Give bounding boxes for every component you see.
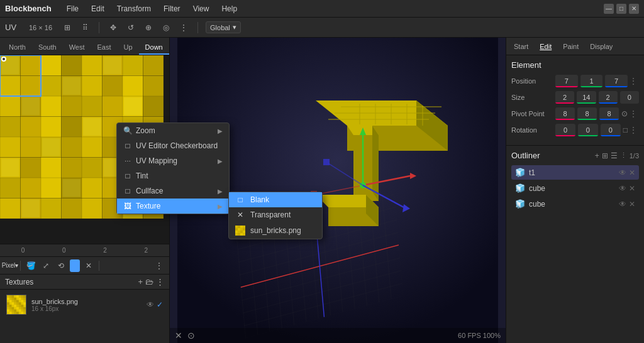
texture-item-sun-bricks[interactable]: sun_bricks.png 16 x 16px 👁 ✓ <box>3 292 167 317</box>
texture-list: sun_bricks.png 16 x 16px 👁 ✓ <box>0 290 169 320</box>
outliner-visible-cube1[interactable]: 👁 <box>619 184 626 193</box>
outliner-add-group-btn[interactable]: ⊞ <box>602 151 608 160</box>
sub-blank[interactable]: □ Blank <box>229 192 322 207</box>
position-more[interactable]: ⋮ <box>628 76 639 86</box>
viewport-snap-icon[interactable]: ⊙ <box>187 330 195 340</box>
rotation-fields: 0 0 0 <box>555 124 621 136</box>
grid-icon[interactable]: ⊞ <box>61 21 74 34</box>
texture-check-btn[interactable]: ✓ <box>157 300 163 309</box>
more-tools-icon[interactable]: ⋮ <box>177 21 190 34</box>
tab-up[interactable]: Up <box>118 41 139 55</box>
uv-label: UV <box>5 23 20 32</box>
position-z[interactable]: 7 <box>605 75 628 87</box>
ctx-tint[interactable]: □ Tint <box>117 168 229 183</box>
outliner-count: ⋮ <box>620 151 627 160</box>
right-panel: Start Edit Paint Display Element Positio… <box>506 38 644 343</box>
size-w[interactable]: 0 <box>620 91 639 104</box>
pivot-action-icon[interactable]: ⊙ <box>621 109 628 118</box>
outliner-list-btn[interactable]: ☰ <box>611 151 618 160</box>
outliner-cube-icon-2: 🧊 <box>515 183 525 193</box>
ctx-zoom[interactable]: 🔍 Zoom ▶ <box>117 123 229 138</box>
move-tool-icon[interactable]: ✥ <box>107 21 119 34</box>
tab-west[interactable]: West <box>63 41 91 55</box>
outliner-visible-t1[interactable]: 👁 <box>619 168 626 177</box>
outliner-item-cube1[interactable]: 🧊 cube 👁 ✕ <box>511 181 639 195</box>
outliner-item-cube2[interactable]: 🧊 cube 👁 ✕ <box>511 197 639 211</box>
pivot-tool-icon[interactable]: ◎ <box>160 21 172 34</box>
rotation-z[interactable]: 0 <box>601 124 621 136</box>
menu-edit[interactable]: Edit <box>86 3 109 14</box>
texture-visible-btn[interactable]: 👁 <box>147 300 154 309</box>
outliner-add-btn[interactable]: + <box>595 151 599 160</box>
outliner-visible-cube2[interactable]: 👁 <box>619 200 626 209</box>
pivot-y[interactable]: 8 <box>577 107 597 120</box>
tab-north[interactable]: North <box>3 41 32 55</box>
menu-file[interactable]: File <box>62 3 84 14</box>
size-y[interactable]: 14 <box>577 91 596 104</box>
zoom-display: 100% <box>483 332 501 339</box>
viewport-close-icon[interactable]: ✕ <box>175 330 182 340</box>
tab-edit[interactable]: Edit <box>535 41 557 52</box>
pivot-more[interactable]: ⋮ <box>628 109 639 119</box>
position-row: Position 7 1 7 ⋮ <box>511 75 639 87</box>
outliner-delete-t1[interactable]: ✕ <box>629 168 635 177</box>
tab-paint[interactable]: Paint <box>558 41 584 52</box>
ctx-uv-checker[interactable]: □ UV Editor Checkerboard <box>117 138 229 153</box>
textures-header: Textures + 🗁 ⋮ <box>0 275 169 290</box>
expand-btn[interactable]: ⤢ <box>40 259 52 272</box>
maximize-button[interactable]: □ <box>616 4 626 14</box>
ctx-cullface[interactable]: □ Cullface ▶ <box>117 183 229 199</box>
uv-face-tabs: North South West East Up Down <box>0 38 169 55</box>
dots-grid-icon[interactable]: ⠿ <box>79 21 91 34</box>
outliner-delete-cube2[interactable]: ✕ <box>629 200 635 209</box>
global-dropdown[interactable]: Global ▾ <box>206 21 241 33</box>
uv-handle[interactable] <box>1 57 6 62</box>
menu-view[interactable]: View <box>188 3 214 14</box>
rotation-action-icon[interactable]: □ <box>623 126 628 134</box>
pixel-mode-btn[interactable]: Pixel▾ <box>4 259 16 272</box>
tab-south[interactable]: South <box>32 41 63 55</box>
position-x[interactable]: 7 <box>555 75 578 87</box>
minimize-button[interactable]: — <box>604 4 614 14</box>
pivot-fields: 8 8 8 <box>555 107 619 120</box>
tab-down[interactable]: Down <box>139 41 169 55</box>
ctx-uv-mapping[interactable]: ⋯ UV Mapping ▶ <box>117 153 229 168</box>
fill-tool-btn[interactable]: 🪣 <box>25 259 37 272</box>
sub-transparent[interactable]: ✕ Transparent <box>229 207 322 222</box>
size-x[interactable]: 2 <box>555 91 574 104</box>
outliner-item-t1[interactable]: 🧊 t1 👁 ✕ <box>511 165 639 180</box>
tab-start[interactable]: Start <box>509 41 533 52</box>
menu-filter[interactable]: Filter <box>158 3 186 14</box>
add-folder-texture-btn[interactable]: 🗁 <box>145 277 153 286</box>
uv-select-btn[interactable] <box>70 259 80 272</box>
textures-more-btn[interactable]: ⋮ <box>156 277 164 286</box>
outliner-controls: + ⊞ ☰ ⋮ 1/3 <box>595 151 639 160</box>
pivot-x[interactable]: 8 <box>555 107 575 120</box>
outliner-delete-cube1[interactable]: ✕ <box>629 184 635 193</box>
close-button[interactable]: ✕ <box>629 4 639 14</box>
scale-tool-icon[interactable]: ⊕ <box>142 21 155 34</box>
ctx-texture[interactable]: 🖼 Texture ▶ <box>117 199 229 214</box>
rotation-x[interactable]: 0 <box>555 124 575 136</box>
size-label: Size <box>511 94 555 101</box>
pivot-z[interactable]: 8 <box>599 107 619 120</box>
ctx-cullface-icon: □ <box>123 187 132 195</box>
rotate-tool-icon[interactable]: ↺ <box>125 21 137 34</box>
size-row: Size 2 14 2 0 <box>511 91 639 104</box>
add-texture-btn[interactable]: + <box>138 277 143 286</box>
texture-submenu: □ Blank ✕ Transparent sun_bricks.png <box>228 192 323 239</box>
uv-more-btn[interactable]: ⋮ <box>153 259 165 272</box>
size-fields: 2 14 2 0 <box>555 91 639 104</box>
ctx-tint-label: Tint <box>136 172 148 180</box>
tab-display[interactable]: Display <box>585 41 618 52</box>
menu-help[interactable]: Help <box>216 3 242 14</box>
auto-uv-btn[interactable]: ⟲ <box>55 259 67 272</box>
tab-east[interactable]: East <box>91 41 118 55</box>
size-z[interactable]: 2 <box>599 91 618 104</box>
rotation-more[interactable]: ⋮ <box>628 125 639 135</box>
sub-sun-bricks[interactable]: sun_bricks.png <box>229 222 322 239</box>
position-y[interactable]: 1 <box>580 75 603 87</box>
rotation-y[interactable]: 0 <box>578 124 598 136</box>
menu-transform[interactable]: Transform <box>112 3 156 14</box>
clear-uv-btn[interactable]: ✕ <box>82 259 95 272</box>
